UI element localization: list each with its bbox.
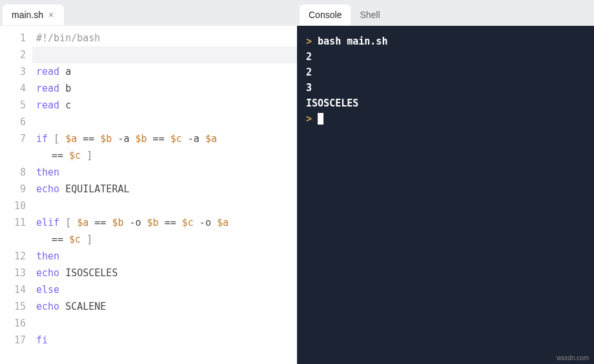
code-line[interactable] — [32, 46, 297, 63]
tab-console[interactable]: Console — [300, 5, 351, 25]
code-editor[interactable]: 1234567891011121314151617 #!/bin/bashrea… — [0, 26, 297, 364]
code-line[interactable]: read c — [32, 97, 297, 114]
line-number: 10 — [0, 197, 26, 214]
console-output-line: 2 — [306, 49, 585, 65]
tab-shell-label: Shell — [360, 10, 380, 20]
line-number: 13 — [0, 265, 26, 281]
console-panel: Console Shell > bash main.sh223ISOSCELES… — [297, 0, 594, 364]
line-number: 1 — [0, 30, 26, 46]
code-line[interactable]: elif [ $a == $b -o $b == $c -o $a — [32, 214, 297, 231]
tab-console-label: Console — [309, 10, 342, 20]
watermark: wsxdn.com — [557, 354, 589, 361]
close-icon[interactable]: × — [47, 10, 55, 20]
line-number: 17 — [0, 332, 26, 349]
line-number: 12 — [0, 248, 26, 265]
code-line[interactable]: echo EQUILATERAL — [32, 181, 297, 197]
code-line[interactable] — [32, 315, 297, 332]
line-number: 7 — [0, 130, 26, 147]
tab-filename: main.sh — [12, 10, 43, 20]
console-prompt-line[interactable]: > — [306, 111, 585, 126]
code-line[interactable]: if [ $a == $b -a $b == $c -a $a — [32, 130, 297, 147]
tab-shell[interactable]: Shell — [351, 5, 389, 25]
console-output-line: ISOSCELES — [306, 96, 585, 111]
code-line[interactable] — [32, 114, 297, 130]
line-number: 11 — [0, 214, 26, 231]
code-line[interactable] — [32, 197, 297, 214]
console-output[interactable]: > bash main.sh223ISOSCELES> — [297, 26, 594, 364]
code-line[interactable]: then — [32, 248, 297, 265]
console-command-line: > bash main.sh — [306, 34, 585, 49]
code-line[interactable]: == $c ] — [32, 147, 297, 164]
line-number: 9 — [0, 181, 26, 197]
code-area[interactable]: #!/bin/bashread aread bread cif [ $a == … — [32, 30, 297, 364]
line-number: 8 — [0, 164, 26, 181]
line-number: 5 — [0, 97, 26, 114]
code-line[interactable]: echo ISOSCELES — [32, 265, 297, 281]
console-output-line: 2 — [306, 65, 585, 80]
editor-panel: main.sh × 1234567891011121314151617 #!/b… — [0, 0, 297, 364]
code-line[interactable]: else — [32, 281, 297, 298]
line-number — [0, 231, 26, 248]
code-line[interactable]: read a — [32, 63, 297, 80]
editor-tab-bar: main.sh × — [0, 0, 297, 26]
line-number: 3 — [0, 63, 26, 80]
cursor-icon — [318, 113, 323, 125]
console-tab-bar: Console Shell — [297, 0, 594, 26]
code-line[interactable]: read b — [32, 80, 297, 97]
line-number: 6 — [0, 114, 26, 130]
code-line[interactable]: fi — [32, 332, 297, 349]
line-number: 2 — [0, 46, 26, 63]
code-line[interactable]: #!/bin/bash — [32, 30, 297, 46]
line-number: 4 — [0, 80, 26, 97]
code-line[interactable]: then — [32, 164, 297, 181]
console-output-line: 3 — [306, 80, 585, 96]
line-number: 15 — [0, 298, 26, 315]
line-number-gutter: 1234567891011121314151617 — [0, 30, 32, 364]
line-number — [0, 147, 26, 164]
editor-tab-main[interactable]: main.sh × — [3, 5, 64, 25]
code-line[interactable]: == $c ] — [32, 231, 297, 248]
code-line[interactable]: echo SCALENE — [32, 298, 297, 315]
line-number: 14 — [0, 281, 26, 298]
line-number: 16 — [0, 315, 26, 332]
